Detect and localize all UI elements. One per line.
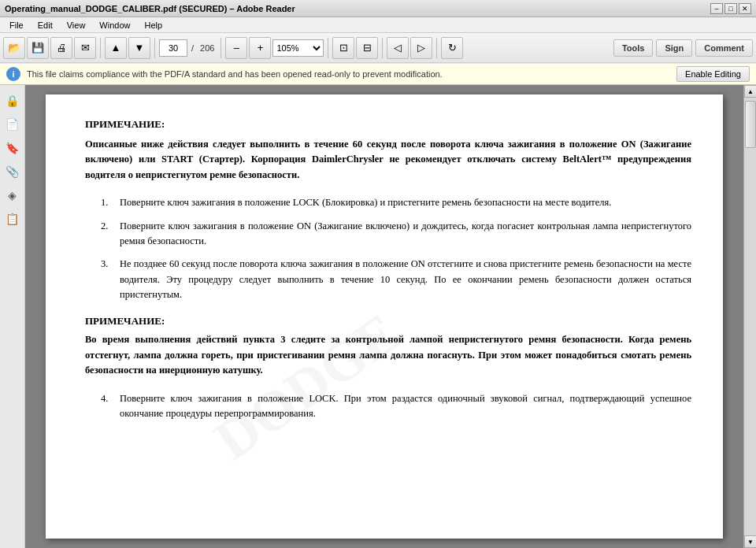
- sidebar-pages-icon[interactable]: 📄: [3, 115, 22, 134]
- list-text-3: Не позднее 60 секунд после поворота ключ…: [120, 257, 691, 302]
- menu-help[interactable]: Help: [138, 19, 169, 31]
- fit-width-button[interactable]: ⊟: [356, 37, 378, 59]
- info-bar: i This file claims compliance with the P…: [0, 63, 756, 85]
- menu-view[interactable]: View: [61, 19, 92, 31]
- list-num-3: 3.: [101, 257, 120, 302]
- sidebar-lock-icon[interactable]: 🔒: [3, 91, 22, 110]
- toolbar-sep3: [220, 38, 221, 58]
- pdf-area: DODGE ПРИМЕЧАНИЕ: Описанные ниже действи…: [25, 85, 743, 548]
- title-bar-controls: – □ ✕: [710, 3, 751, 14]
- list-num-1: 1.: [101, 195, 120, 210]
- scrollbar-right: ▲ ▼: [743, 85, 756, 548]
- toolbar-sep6: [436, 38, 437, 58]
- toolbar: 📂 💾 🖨 ✉ ▲ ▼ / 206 – + 105% 100% 125% 150…: [0, 33, 756, 63]
- save-button[interactable]: 💾: [27, 37, 49, 59]
- toolbar-right: Tools Sign Comment: [613, 39, 753, 57]
- scroll-thumb[interactable]: [745, 101, 756, 148]
- menu-window[interactable]: Window: [93, 19, 136, 31]
- back-button[interactable]: ◁: [387, 37, 409, 59]
- scroll-down-button[interactable]: ▼: [744, 535, 756, 548]
- sidebar-layers-icon[interactable]: ◈: [3, 186, 22, 205]
- prev-page-button[interactable]: ▲: [105, 37, 127, 59]
- list-container: 1. Поверните ключ зажигания в положение …: [101, 195, 691, 302]
- sidebar-attachments-icon[interactable]: 📎: [3, 162, 22, 181]
- menu-file[interactable]: File: [3, 19, 30, 31]
- info-icon: i: [6, 67, 20, 81]
- zoom-out-button[interactable]: –: [225, 37, 247, 59]
- list-num-2: 2.: [101, 219, 120, 250]
- title-bar: Operating_manual_DODGE_CALIBER.pdf (SECU…: [0, 0, 756, 17]
- sidebar-forms-icon[interactable]: 📋: [3, 209, 22, 228]
- comment-button[interactable]: Comment: [695, 39, 753, 57]
- title-bar-text: Operating_manual_DODGE_CALIBER.pdf (SECU…: [5, 4, 295, 13]
- info-text: This file claims compliance with the PDF…: [27, 69, 670, 79]
- list-item: 3. Не позднее 60 секунд после поворота к…: [101, 257, 691, 302]
- maximize-button[interactable]: □: [724, 3, 737, 14]
- pdf-content: ПРИМЕЧАНИЕ: Описанные ниже действия след…: [85, 118, 691, 421]
- page-separator: /: [189, 43, 196, 53]
- scroll-track[interactable]: [744, 98, 756, 535]
- toolbar-sep2: [154, 38, 155, 58]
- email-button[interactable]: ✉: [74, 37, 96, 59]
- note2-header: ПРИМЕЧАНИЕ:: [85, 315, 691, 328]
- list-item: 2. Поверните ключ зажигания в положение …: [101, 219, 691, 250]
- enable-editing-button[interactable]: Enable Editing: [676, 66, 750, 82]
- sidebar: 🔒 📄 🔖 📎 ◈ 📋: [0, 85, 25, 548]
- zoom-in-button[interactable]: +: [249, 37, 271, 59]
- toolbar-sep5: [382, 38, 383, 58]
- page-number-input[interactable]: [159, 39, 187, 57]
- note1-body: Описанные ниже действия следует выполнит…: [85, 137, 691, 183]
- pdf-page: DODGE ПРИМЕЧАНИЕ: Описанные ниже действи…: [46, 94, 723, 539]
- note2-body: Во время выполнения действий пункта 3 сл…: [85, 332, 691, 378]
- sidebar-bookmarks-icon[interactable]: 🔖: [3, 139, 22, 157]
- tools-button[interactable]: Tools: [613, 39, 654, 57]
- menu-bar: File Edit View Window Help: [0, 17, 756, 33]
- list-text-1: Поверните ключ зажигания в положение LOC…: [120, 195, 691, 210]
- forward-button[interactable]: ▷: [410, 37, 432, 59]
- next-page-button[interactable]: ▼: [128, 37, 150, 59]
- note1-header: ПРИМЕЧАНИЕ:: [85, 118, 691, 131]
- minimize-button[interactable]: –: [710, 3, 723, 14]
- zoom-select[interactable]: 105% 100% 125% 150% 75% 50%: [272, 39, 324, 57]
- list-num-4: 4.: [101, 391, 120, 422]
- close-button[interactable]: ✕: [739, 3, 751, 14]
- menu-edit[interactable]: Edit: [32, 19, 59, 31]
- rotate-button[interactable]: ↻: [441, 37, 463, 59]
- list-text-4: Поверните ключ зажигания в положение LOC…: [120, 391, 691, 422]
- list-item-4: 4. Поверните ключ зажигания в положение …: [101, 391, 691, 422]
- list-item4-container: 4. Поверните ключ зажигания в положение …: [101, 391, 691, 422]
- list-item: 1. Поверните ключ зажигания в положение …: [101, 195, 691, 210]
- toolbar-sep4: [328, 38, 328, 58]
- page-total: 206: [198, 43, 217, 53]
- content-area: 🔒 📄 🔖 📎 ◈ 📋 DODGE ПРИМЕЧАНИЕ: Описанные …: [0, 85, 756, 548]
- list-text-2: Поверните ключ зажигания в положение ON …: [120, 219, 691, 250]
- open-button[interactable]: 📂: [3, 37, 25, 59]
- scroll-up-button[interactable]: ▲: [744, 85, 756, 98]
- fit-page-button[interactable]: ⊡: [332, 37, 354, 59]
- print-button[interactable]: 🖨: [50, 37, 72, 59]
- toolbar-sep1: [100, 38, 101, 58]
- sign-button[interactable]: Sign: [656, 39, 692, 57]
